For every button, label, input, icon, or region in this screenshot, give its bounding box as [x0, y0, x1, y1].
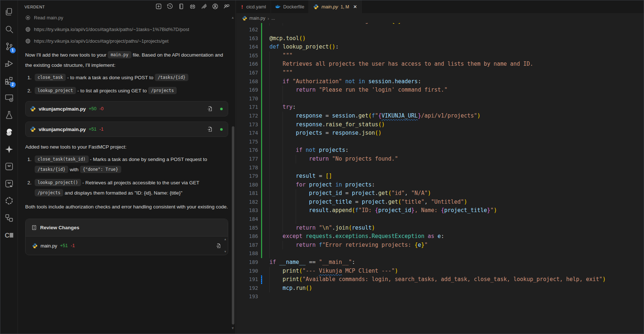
code-line: 188 — [236, 249, 644, 258]
quill-button[interactable] — [200, 3, 208, 11]
activity-item-verdent[interactable] — [0, 123, 18, 141]
activity-badge: 2 — [10, 82, 16, 88]
file-change-card[interactable]: vikunjamcp/main.py+51-1 — [25, 122, 228, 137]
token: : — [418, 78, 421, 85]
indent-guide — [269, 155, 270, 164]
token: projects — [269, 130, 326, 136]
additions-count: +51 — [89, 127, 96, 132]
scroll-down-arrow-icon[interactable]: ▼ — [224, 250, 227, 253]
code-view[interactable]: return f"Error closing task: {e}" 162163… — [236, 23, 644, 334]
sidebar-scrollbar-thumb[interactable] — [232, 126, 234, 325]
search-icon — [5, 25, 14, 34]
file-path: vikunjamcp/main.py — [39, 127, 86, 132]
token: get — [359, 112, 368, 119]
goto-file-button[interactable] — [216, 243, 221, 249]
code-text: return "\n".join(result) — [269, 224, 375, 233]
tab-cicd.yaml[interactable]: !cicd.yaml — [236, 0, 271, 13]
goto-file-button[interactable] — [207, 126, 213, 132]
new-chat-button[interactable] — [154, 3, 162, 11]
code-line: 171 try: — [236, 103, 644, 112]
activity-item-explorer[interactable] — [0, 3, 18, 20]
token: project_id — [269, 190, 345, 196]
file-change-card[interactable]: vikunjamcp/main.py+50-0 — [25, 101, 228, 116]
indent-guide — [269, 284, 270, 293]
code-text: @mcp.tool() — [269, 34, 306, 43]
goto-file-button[interactable] — [207, 106, 213, 112]
token: . — [375, 190, 378, 196]
token: "N/A" — [411, 190, 428, 196]
tab-main.py[interactable]: main.py1, M✕ — [309, 0, 362, 13]
code-line: 190 print("--- Vikunja MCP Client ---") — [236, 267, 644, 276]
list-item-body: close_task - to mark a task as done usin… — [35, 73, 188, 83]
gutter-added-marker — [261, 23, 262, 26]
token: __name__ — [279, 259, 309, 265]
gutter-added-marker — [261, 224, 262, 233]
activity-item-workflow[interactable] — [0, 209, 18, 226]
goto-file-icon — [216, 243, 221, 249]
line-number: 172 — [236, 112, 258, 120]
close-icon[interactable]: ✕ — [353, 4, 357, 9]
token: """ — [269, 52, 292, 59]
token: return — [269, 242, 319, 248]
activity-item-remote-console[interactable] — [0, 89, 18, 106]
review-scroll-arrows[interactable]: ▲▼ — [224, 238, 227, 253]
token: . — [332, 233, 336, 239]
activity-item-run-debug[interactable] — [0, 55, 18, 72]
deletions-count: -1 — [99, 127, 103, 132]
activity-bar: 12C — [0, 0, 18, 334]
activity-item-terraform-cloud[interactable] — [0, 175, 18, 192]
breadcrumb-file[interactable]: main.py — [249, 16, 265, 21]
robot-button[interactable] — [188, 3, 196, 11]
globe-icon — [25, 38, 31, 44]
gutter — [261, 267, 262, 276]
activity-item-hexagon-tool[interactable] — [0, 192, 18, 209]
history-button[interactable] — [166, 3, 174, 11]
tools-list-1: 1.close_task - to mark a task as done us… — [25, 73, 228, 96]
tab-Dockerfile[interactable]: Dockerfile — [271, 0, 309, 13]
code-line: 167 """ — [236, 69, 644, 77]
token: ( — [368, 112, 372, 119]
activity-item-source-control[interactable]: 1 — [0, 38, 18, 55]
line-number: 177 — [236, 155, 258, 164]
line-number: 162 — [236, 26, 258, 34]
indent-guide — [283, 206, 283, 215]
token: { — [441, 207, 444, 214]
scroll-down-arrow-icon[interactable]: ▼ — [231, 326, 234, 330]
token: not — [306, 147, 319, 153]
token: session — [368, 78, 391, 85]
agent-step[interactable]: https://try.vikunja.io/api/v1/docs#tag/t… — [25, 27, 228, 32]
list-number: 2. — [25, 86, 35, 96]
agent-step[interactable]: https://try.vikunja.io/api/v1/docs#tag/p… — [25, 38, 228, 44]
code-line: 180 for project in projects: — [236, 181, 644, 189]
gutter-added-marker — [261, 138, 262, 146]
indent-guide — [283, 164, 283, 172]
account-button[interactable] — [211, 3, 219, 11]
deletions-count: -1 — [71, 243, 75, 248]
agent-step[interactable]: Read main.py — [25, 15, 228, 20]
message-text: Now I'll add the two new tools to your — [25, 52, 108, 58]
account-icon — [212, 3, 218, 11]
scroll-up-arrow-icon[interactable]: ▲ — [231, 16, 234, 19]
feedback-button[interactable] — [222, 3, 230, 11]
breadcrumb[interactable]: main.py › ... — [236, 14, 644, 23]
activity-item-sparkle[interactable] — [0, 141, 18, 158]
token: return — [269, 87, 319, 93]
activity-item-c-tool[interactable]: C — [0, 226, 18, 243]
gutter-added-marker — [261, 172, 262, 181]
gutter-added-marker — [261, 146, 262, 155]
activity-item-extensions[interactable]: 2 — [0, 72, 18, 89]
token: . — [322, 121, 326, 128]
token: "--- — [302, 268, 319, 274]
token: ( — [388, 190, 391, 196]
review-file-row[interactable]: main.py+51-1 — [26, 237, 228, 255]
activity-item-terraform[interactable] — [0, 158, 18, 175]
eye-icon — [25, 15, 31, 20]
scroll-up-arrow-icon[interactable]: ▲ — [224, 238, 227, 241]
notes-button[interactable] — [177, 3, 185, 11]
token: lookup_project — [283, 43, 329, 50]
activity-item-test-beaker[interactable] — [0, 106, 18, 123]
review-changes-header[interactable]: Review Changes — [26, 219, 228, 237]
code-text: return f"Error closing task: {e}" — [269, 23, 405, 26]
breadcrumb-more[interactable]: ... — [271, 16, 275, 21]
activity-item-search[interactable] — [0, 20, 18, 38]
